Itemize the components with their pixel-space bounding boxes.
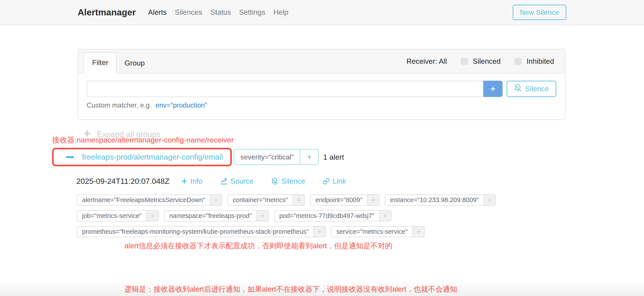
- label-chip: namespace="freeleaps-prod" +: [164, 210, 269, 222]
- matcher-hint: Custom matcher, e.g. env="production": [87, 102, 556, 109]
- app-brand[interactable]: Alertmanager: [78, 7, 136, 18]
- silenced-checkbox[interactable]: [460, 58, 468, 65]
- nav-item-alerts[interactable]: Alerts: [148, 8, 166, 16]
- label-chip: service="metrics-service" +: [331, 226, 425, 237]
- label-chip-add-button[interactable]: +: [210, 195, 222, 205]
- alert-timestamp: 2025-09-24T11:20:07.048Z: [76, 177, 170, 186]
- filter-header-controls: Receiver: All Silenced Inhibited: [406, 49, 554, 74]
- group-matcher-add-button[interactable]: +: [300, 150, 318, 164]
- group-matcher-chip: severity="critical" +: [234, 149, 319, 165]
- nav-item-help[interactable]: Help: [274, 8, 288, 16]
- inhibited-checkbox-label[interactable]: Inhibited: [526, 57, 554, 66]
- bell-slash-icon: [514, 84, 522, 94]
- matcher-hint-text: Custom matcher, e.g.: [87, 102, 152, 109]
- logic-annotation-line1: 逻辑是：接收器收到alert后进行通知，如果alert不在接收器下，说明接收器没…: [124, 284, 457, 295]
- alert-actions: Info Source Sile: [181, 177, 346, 186]
- nav-item-silences[interactable]: Silences: [175, 8, 202, 16]
- logic-annotation-text: 逻辑是：接收器收到alert后进行通知，如果alert不在接收器下，说明接收器没…: [124, 262, 457, 296]
- alert-labels: alertname="FreeleapsMetricsServiceDown" …: [77, 194, 496, 237]
- matcher-example-link[interactable]: env="production": [156, 102, 207, 109]
- alert-silence-button[interactable]: Silence: [271, 177, 305, 186]
- receiver-highlight-box: freeleaps-prod/alertmanager-config/email: [52, 148, 232, 166]
- label-chip-add-button[interactable]: +: [379, 211, 391, 221]
- alert-link-button[interactable]: Link: [323, 177, 346, 186]
- label-chip-text[interactable]: prometheus="freeleaps-monitoring-system/…: [77, 226, 314, 237]
- label-chip-add-button[interactable]: +: [484, 195, 496, 205]
- tab-group[interactable]: Group: [116, 53, 153, 73]
- nav-item-status[interactable]: Status: [210, 8, 231, 16]
- silenced-checkbox-label[interactable]: Silenced: [473, 57, 501, 66]
- label-chip: endpoint="8009" +: [310, 194, 380, 206]
- alert-info-button[interactable]: Info: [181, 177, 202, 186]
- filter-tabs: Filter Group: [84, 49, 153, 73]
- matcher-input[interactable]: [87, 81, 483, 97]
- label-chip: job="metrics-service" +: [77, 210, 159, 222]
- link-icon: [323, 178, 330, 185]
- label-chip-text[interactable]: instance="10.233.98.209:8009": [385, 195, 484, 205]
- label-chip-add-button[interactable]: +: [293, 195, 304, 205]
- label-chip-text[interactable]: alertname="FreeleapsMetricsServiceDown": [77, 195, 210, 205]
- nav-item-settings[interactable]: Settings: [239, 8, 265, 16]
- label-chip: alertname="FreeleapsMetricsServiceDown" …: [77, 194, 222, 206]
- label-chip: container="metrics" +: [228, 194, 305, 206]
- label-chip: prometheus="freeleaps-monitoring-system/…: [77, 226, 326, 237]
- label-chip-text[interactable]: service="metrics-service": [332, 226, 412, 237]
- alert-group-row: freeleaps-prod/alertmanager-config/email…: [52, 148, 344, 166]
- receiver-annotation-text: 接收器:namespace/altermanager-config-name/r…: [52, 135, 234, 145]
- label-chip-add-button[interactable]: +: [367, 195, 379, 205]
- top-navbar: Alertmanager Alerts Silences Status Sett…: [0, 0, 644, 25]
- new-silence-button[interactable]: New Silence: [513, 4, 566, 20]
- group-alert-count: 1 alert: [323, 153, 344, 162]
- collapse-minus-icon: [66, 156, 74, 158]
- label-chip-add-button[interactable]: +: [412, 226, 424, 237]
- label-chip: instance="10.233.98.209:8009" +: [385, 194, 496, 206]
- silence-from-filter-button[interactable]: Silence: [506, 81, 556, 97]
- silence-button-label: Silence: [525, 85, 549, 93]
- inhibited-checkbox[interactable]: [514, 58, 522, 65]
- label-chip-text[interactable]: container="metrics": [228, 195, 292, 205]
- label-chip-text[interactable]: job="metrics-service": [77, 211, 146, 221]
- bell-slash-icon: [271, 178, 278, 185]
- label-chip-add-button[interactable]: +: [314, 226, 325, 237]
- filter-card-header: Filter Group Receiver: All Silenced Inhi…: [78, 49, 565, 74]
- receiver-group-label: freeleaps-prod/alertmanager-config/email: [82, 152, 223, 162]
- add-matcher-button[interactable]: +: [483, 81, 502, 97]
- alert-meta-row: 2025-09-24T11:20:07.048Z Info Source: [76, 177, 346, 186]
- label-chip-add-button[interactable]: +: [146, 211, 158, 221]
- label-chip-text[interactable]: namespace="freeleaps-prod": [164, 211, 256, 221]
- tab-filter[interactable]: Filter: [84, 52, 116, 74]
- group-matcher-label[interactable]: severity="critical": [234, 150, 300, 164]
- receiver-group-toggle[interactable]: freeleaps-prod/alertmanager-config/email: [66, 152, 223, 162]
- label-chip-text[interactable]: endpoint="8009": [310, 195, 367, 205]
- plus-icon: [181, 178, 188, 184]
- label-chip-text[interactable]: pod="metrics-77d9cdb497-wdsj7": [274, 211, 379, 221]
- receiver-dropdown[interactable]: Receiver: All: [406, 57, 447, 66]
- label-chip-add-button[interactable]: +: [256, 211, 268, 221]
- alert-source-link[interactable]: Source: [220, 177, 254, 186]
- alert-annotation-text: alert信息必须在接收器下才表示配置成功，否则即使能看到alert，但是通知是…: [124, 241, 392, 251]
- label-chip: pod="metrics-77d9cdb497-wdsj7" +: [274, 210, 392, 222]
- filter-card: Filter Group Receiver: All Silenced Inhi…: [78, 49, 566, 120]
- chart-icon: [220, 178, 228, 185]
- filter-card-body: + Silence Custom matcher, e.g. env="prod…: [78, 74, 565, 109]
- matcher-input-group: +: [87, 81, 502, 97]
- main-nav: Alerts Silences Status Settings Help: [148, 8, 288, 16]
